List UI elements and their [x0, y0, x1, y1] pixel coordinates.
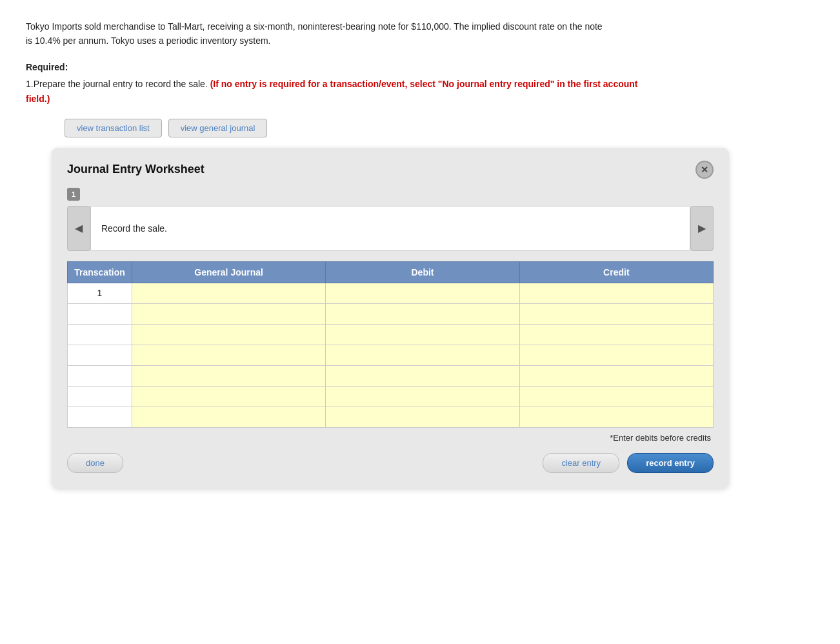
row5-debit-cell[interactable]	[326, 365, 519, 386]
row2-general-journal-input[interactable]	[132, 304, 325, 324]
table-row	[68, 303, 714, 324]
row2-transaction	[68, 303, 132, 324]
row5-credit-input[interactable]	[520, 366, 713, 386]
col-header-general-journal: General Journal	[132, 261, 326, 283]
row7-credit-input[interactable]	[520, 407, 713, 427]
clear-entry-button[interactable]: clear entry	[543, 453, 619, 473]
worksheet-header: Journal Entry Worksheet ✕	[67, 161, 714, 179]
nav-right-arrow[interactable]: ▶	[690, 206, 714, 251]
journal-table: Transcation General Journal Debit Credit…	[67, 261, 714, 428]
row7-debit-input[interactable]	[326, 407, 519, 427]
row6-debit-cell[interactable]	[326, 386, 519, 407]
row2-debit-cell[interactable]	[326, 303, 519, 324]
row7-general-journal-cell[interactable]	[132, 407, 326, 427]
table-row	[68, 345, 714, 365]
table-row	[68, 365, 714, 386]
close-button[interactable]: ✕	[695, 161, 714, 179]
row1-credit-cell[interactable]	[519, 283, 713, 303]
instruction-block: Required: 1.Prepare the journal entry to…	[26, 60, 639, 106]
row3-credit-input[interactable]	[520, 325, 713, 345]
top-buttons-bar: view transaction list view general journ…	[65, 119, 814, 137]
nav-left-arrow[interactable]: ◀	[67, 206, 90, 251]
table-row	[68, 407, 714, 427]
row3-credit-cell[interactable]	[519, 324, 713, 345]
row2-credit-input[interactable]	[520, 304, 713, 324]
row1-general-journal-input[interactable]	[132, 283, 325, 303]
instruction-plain: Prepare the journal entry to record the …	[34, 79, 210, 89]
row5-credit-cell[interactable]	[519, 365, 713, 386]
view-transaction-list-button[interactable]: view transaction list	[65, 119, 162, 137]
row4-credit-cell[interactable]	[519, 345, 713, 365]
row4-transaction	[68, 345, 132, 365]
instruction-number: 1.	[26, 79, 34, 89]
step-description: Record the sale.	[90, 206, 690, 251]
step-badge: 1	[67, 188, 80, 201]
row4-credit-input[interactable]	[520, 345, 713, 365]
row6-general-journal-input[interactable]	[132, 387, 325, 407]
col-header-transaction: Transcation	[68, 261, 132, 283]
bottom-buttons: done clear entry record entry	[67, 453, 714, 473]
row2-debit-input[interactable]	[326, 304, 519, 324]
row2-general-journal-cell[interactable]	[132, 303, 326, 324]
row5-transaction	[68, 365, 132, 386]
row1-debit-input[interactable]	[326, 283, 519, 303]
row7-general-journal-input[interactable]	[132, 407, 325, 427]
table-row	[68, 386, 714, 407]
required-label: Required:	[26, 60, 639, 74]
table-header-row: Transcation General Journal Debit Credit	[68, 261, 714, 283]
row1-general-journal-cell[interactable]	[132, 283, 326, 303]
row3-debit-input[interactable]	[326, 325, 519, 345]
row3-general-journal-cell[interactable]	[132, 324, 326, 345]
row6-general-journal-cell[interactable]	[132, 386, 326, 407]
row7-transaction	[68, 407, 132, 427]
row4-general-journal-input[interactable]	[132, 345, 325, 365]
journal-entry-worksheet: Journal Entry Worksheet ✕ 1 ◀ Record the…	[52, 148, 729, 488]
row1-credit-input[interactable]	[520, 283, 713, 303]
row6-credit-cell[interactable]	[519, 386, 713, 407]
row5-general-journal-input[interactable]	[132, 366, 325, 386]
row4-general-journal-cell[interactable]	[132, 345, 326, 365]
row5-debit-input[interactable]	[326, 366, 519, 386]
row3-debit-cell[interactable]	[326, 324, 519, 345]
row2-credit-cell[interactable]	[519, 303, 713, 324]
col-header-debit: Debit	[326, 261, 519, 283]
row7-credit-cell[interactable]	[519, 407, 713, 427]
row4-debit-input[interactable]	[326, 345, 519, 365]
table-row: 1	[68, 283, 714, 303]
credits-note: *Enter debits before credits	[67, 433, 714, 443]
problem-text: Tokyo Imports sold merchandise to Tall-M…	[26, 19, 606, 48]
row5-general-journal-cell[interactable]	[132, 365, 326, 386]
row6-transaction	[68, 386, 132, 407]
row6-debit-input[interactable]	[326, 387, 519, 407]
row4-debit-cell[interactable]	[326, 345, 519, 365]
record-entry-button[interactable]: record entry	[627, 453, 714, 473]
nav-row: ◀ Record the sale. ▶	[67, 206, 714, 251]
row7-debit-cell[interactable]	[326, 407, 519, 427]
table-row	[68, 324, 714, 345]
row1-debit-cell[interactable]	[326, 283, 519, 303]
row6-credit-input[interactable]	[520, 387, 713, 407]
view-general-journal-button[interactable]: view general journal	[168, 119, 268, 137]
row3-transaction	[68, 324, 132, 345]
done-button[interactable]: done	[67, 453, 123, 473]
worksheet-title: Journal Entry Worksheet	[67, 163, 205, 176]
row1-transaction: 1	[68, 283, 132, 303]
row3-general-journal-input[interactable]	[132, 325, 325, 345]
col-header-credit: Credit	[519, 261, 713, 283]
